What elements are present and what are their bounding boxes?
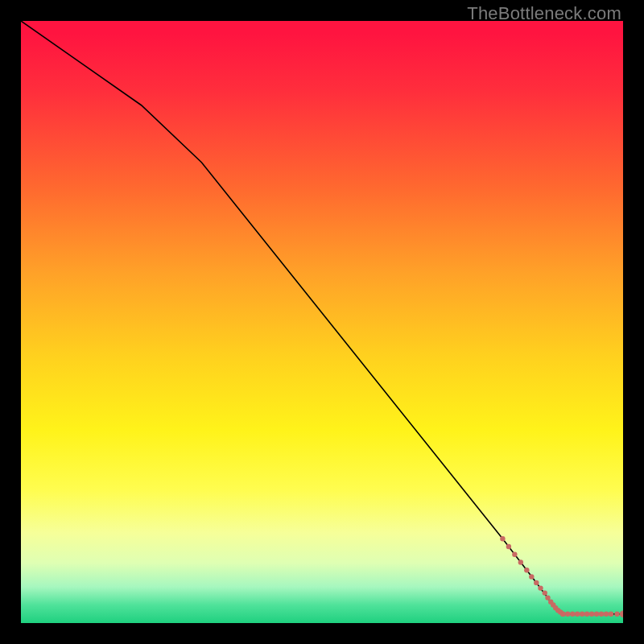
data-point xyxy=(555,608,560,613)
data-point xyxy=(580,612,584,617)
data-point xyxy=(558,609,563,614)
data-point xyxy=(506,544,511,549)
data-point xyxy=(548,600,553,605)
data-point xyxy=(543,590,547,595)
data-point xyxy=(545,595,550,600)
data-point xyxy=(524,568,529,572)
data-point xyxy=(551,602,555,607)
data-point xyxy=(614,612,619,617)
data-point xyxy=(575,612,580,617)
data-point xyxy=(512,552,517,557)
chart-svg xyxy=(21,21,623,623)
data-point xyxy=(584,612,589,617)
plot-area xyxy=(21,21,623,623)
data-point xyxy=(599,612,604,617)
data-point xyxy=(560,612,565,617)
data-point xyxy=(589,612,594,617)
data-point xyxy=(529,574,534,579)
data-point xyxy=(609,612,613,617)
data-point xyxy=(570,612,575,617)
data-markers xyxy=(500,536,623,617)
data-point xyxy=(560,612,565,617)
data-point xyxy=(620,611,623,617)
watermark-text: TheBottleneck.com xyxy=(467,3,621,24)
curve-line xyxy=(21,21,623,614)
data-point xyxy=(534,580,539,585)
data-point xyxy=(594,612,599,617)
data-point xyxy=(565,612,570,617)
data-point xyxy=(538,585,543,590)
curve-path xyxy=(21,21,623,614)
data-point xyxy=(500,536,505,541)
data-point xyxy=(518,559,523,564)
data-point xyxy=(553,605,558,610)
chart-frame: TheBottleneck.com xyxy=(0,0,644,644)
data-point xyxy=(604,612,609,617)
